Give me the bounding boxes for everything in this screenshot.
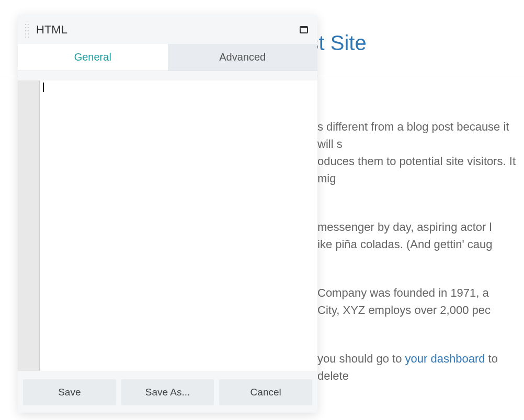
- line-number-gutter: [18, 94, 40, 371]
- save-button[interactable]: Save: [23, 379, 116, 405]
- dialog-header: HTML: [18, 15, 317, 44]
- html-editor-dialog: HTML General Advanced Save Save A: [18, 15, 317, 413]
- tab-general[interactable]: General: [18, 44, 168, 71]
- maximize-icon[interactable]: [300, 26, 308, 33]
- code-editor[interactable]: [18, 80, 317, 371]
- tab-bar: General Advanced: [18, 44, 317, 71]
- paragraph-fragment: City, XYZ employs over 2,000 pec: [317, 304, 491, 317]
- dialog-body: [18, 71, 317, 371]
- paragraph-fragment: s different from a blog post because it …: [317, 120, 509, 150]
- paragraph-fragment: messenger by day, aspiring actor l: [317, 220, 492, 234]
- paragraph-fragment: oduces them to potential site visitors. …: [317, 155, 516, 185]
- editor-content[interactable]: [40, 94, 317, 371]
- paragraph-fragment: ike piña coladas. (And gettin' caug: [317, 238, 492, 251]
- editor-cursor: [43, 83, 44, 92]
- cancel-button[interactable]: Cancel: [219, 379, 312, 405]
- save-as-button[interactable]: Save As...: [121, 379, 214, 405]
- tab-advanced[interactable]: Advanced: [168, 44, 318, 71]
- dialog-footer: Save Save As... Cancel: [18, 371, 317, 413]
- dialog-title: HTML: [36, 23, 300, 37]
- paragraph-fragment: you should go to: [317, 352, 405, 365]
- drag-handle-icon[interactable]: [25, 22, 29, 38]
- dashboard-link[interactable]: your dashboard: [405, 352, 485, 365]
- paragraph-fragment: Company was founded in 1971, a: [317, 286, 489, 299]
